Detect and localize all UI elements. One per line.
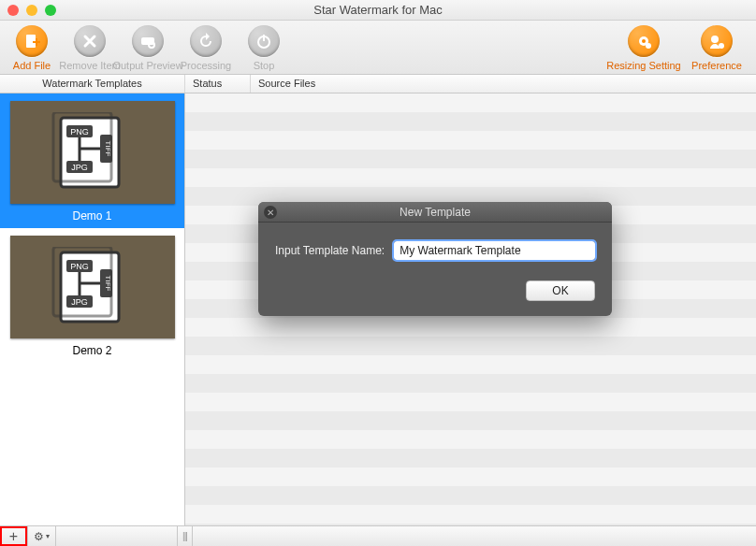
svg-point-9 — [646, 43, 651, 49]
toolbar-label: Processing — [181, 60, 231, 71]
svg-point-10 — [711, 36, 719, 43]
toolbar-label: Add File — [13, 60, 51, 71]
file-plus-icon — [16, 25, 48, 57]
power-icon — [248, 25, 280, 57]
dialog-body: Input Template Name: OK — [258, 223, 612, 316]
template-item[interactable]: PNG JPG TIFF Demo 2 — [0, 228, 184, 363]
svg-text:PNG: PNG — [70, 127, 89, 136]
toolbar-label: Stop — [254, 60, 275, 71]
dialog-label: Input Template Name: — [275, 244, 385, 257]
svg-rect-6 — [263, 35, 265, 41]
window-title: Star Watermark for Mac — [0, 3, 756, 17]
template-actions-menu[interactable]: ⚙ ▾ — [28, 526, 56, 546]
gear-resize-icon — [628, 25, 660, 57]
toolbar-label: Resizing Setting — [606, 60, 681, 71]
add-template-button[interactable]: + — [0, 526, 28, 546]
gear-user-icon — [701, 25, 733, 57]
template-name-input[interactable] — [394, 241, 595, 260]
preference-button[interactable]: Preference — [683, 25, 750, 71]
stop-button: Stop — [238, 25, 290, 71]
svg-rect-3 — [141, 37, 154, 45]
processing-button: Processing — [180, 25, 232, 71]
svg-text:JPG: JPG — [71, 163, 88, 172]
toolbar: Add FileRemove ItemOutput PreviewProcess… — [0, 21, 756, 75]
refresh-icon — [190, 25, 222, 57]
bottom-bar: + ⚙ ▾ ||| — [0, 525, 756, 546]
template-thumbnail: PNG JPG TIFF — [10, 101, 175, 204]
svg-point-8 — [642, 39, 646, 43]
bottom-spacer — [56, 526, 178, 546]
x-icon — [74, 25, 106, 57]
chevron-down-icon: ▾ — [46, 532, 50, 540]
column-header-sources[interactable]: Source Files — [251, 75, 756, 93]
new-template-dialog: ✕ New Template Input Template Name: OK — [258, 202, 612, 316]
template-item[interactable]: PNG JPG TIFF Demo 1 — [0, 93, 184, 228]
sidebar-resize-handle[interactable]: ||| — [178, 526, 193, 546]
remove-item-button: Remove Item — [64, 25, 116, 71]
dialog-titlebar[interactable]: ✕ New Template — [258, 202, 612, 223]
eye-icon — [132, 25, 164, 57]
ok-button[interactable]: OK — [526, 280, 595, 301]
svg-text:PNG: PNG — [70, 262, 89, 271]
resizing-setting-button[interactable]: Resizing Setting — [610, 25, 677, 71]
dialog-close-button[interactable]: ✕ — [264, 206, 277, 219]
template-thumbnail: PNG JPG TIFF — [10, 236, 175, 338]
plus-icon: + — [9, 528, 18, 545]
template-name-label: Demo 1 — [6, 209, 179, 223]
column-header-templates[interactable]: Watermark Templates — [0, 75, 185, 93]
columns-header: Watermark Templates Status Source Files — [0, 75, 756, 93]
svg-rect-2 — [36, 38, 37, 46]
svg-text:JPG: JPG — [71, 297, 88, 307]
toolbar-label: Output Preview — [112, 60, 182, 71]
close-icon: ✕ — [267, 208, 274, 218]
column-header-status[interactable]: Status — [185, 75, 251, 93]
templates-sidebar: PNG JPG TIFF Demo 1 PNG JPG TIFF — [0, 93, 185, 525]
toolbar-label: Remove Item — [59, 60, 120, 71]
gear-icon: ⚙ — [34, 530, 44, 543]
add-file-button[interactable]: Add File — [6, 25, 58, 71]
toolbar-label: Preference — [691, 60, 742, 71]
svg-point-11 — [719, 43, 724, 49]
output-preview-button: Output Preview — [122, 25, 174, 71]
template-name-label: Demo 2 — [6, 344, 179, 357]
titlebar: Star Watermark for Mac — [0, 0, 756, 21]
dialog-title: New Template — [400, 206, 471, 219]
